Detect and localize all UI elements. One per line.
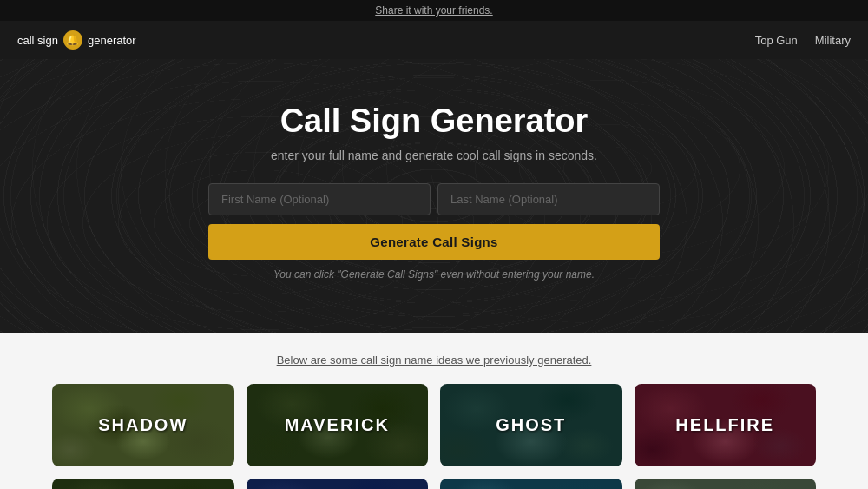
camo-background — [247, 479, 429, 489]
name-inputs — [208, 183, 660, 215]
first-name-input[interactable] — [208, 183, 431, 215]
nav-link-military[interactable]: Military — [815, 34, 851, 47]
callsign-card[interactable]: BADGER — [247, 479, 429, 489]
camo-background — [635, 479, 817, 489]
camo-background — [440, 479, 622, 489]
callsign-card[interactable]: AIRWOLF — [52, 479, 234, 489]
callsign-label: HELLFIRE — [675, 415, 774, 435]
last-name-input[interactable] — [437, 183, 660, 215]
top-banner: Share it with your friends. — [0, 0, 868, 21]
hero-hint: You can click "Generate Call Signs" even… — [273, 268, 595, 281]
callsign-label: GHOST — [496, 415, 566, 435]
nav-link-topgun[interactable]: Top Gun — [755, 34, 798, 47]
hero-section: Call Sign Generator enter your full name… — [0, 59, 868, 333]
logo-icon: 🔔 — [63, 30, 82, 50]
logo-text-2: generator — [88, 34, 136, 47]
callsign-label: SHADOW — [98, 415, 187, 435]
logo-text-1: call sign — [17, 34, 58, 47]
callsign-card[interactable]: SPARROW — [440, 479, 622, 489]
callsign-card[interactable]: HELLFIRE — [635, 384, 817, 466]
hero-title: Call Sign Generator — [280, 102, 589, 140]
callsign-card[interactable]: MAVERICK — [247, 384, 429, 466]
nav-links: Top Gun Military — [755, 34, 851, 47]
camo-background — [52, 479, 234, 489]
section-header: Below are some call sign name ideas we p… — [52, 354, 816, 367]
callsign-grid: SHADOWMAVERICKGHOSTHELLFIREAIRWOLFBADGER… — [52, 384, 816, 489]
navbar: call sign 🔔 generator Top Gun Military — [0, 21, 868, 59]
generate-button[interactable]: Generate Call Signs — [208, 224, 660, 260]
callsign-card[interactable]: STINGRAY — [635, 479, 817, 489]
share-link[interactable]: Share it with your friends. — [375, 4, 492, 17]
callsign-section: Below are some call sign name ideas we p… — [0, 333, 868, 489]
callsign-card[interactable]: GHOST — [440, 384, 622, 466]
logo: call sign 🔔 generator — [17, 30, 136, 50]
hero-form: Generate Call Signs You can click "Gener… — [208, 183, 660, 281]
callsign-label: MAVERICK — [285, 415, 390, 435]
hero-subtitle: enter your full name and generate cool c… — [271, 149, 597, 162]
callsign-card[interactable]: SHADOW — [52, 384, 234, 466]
